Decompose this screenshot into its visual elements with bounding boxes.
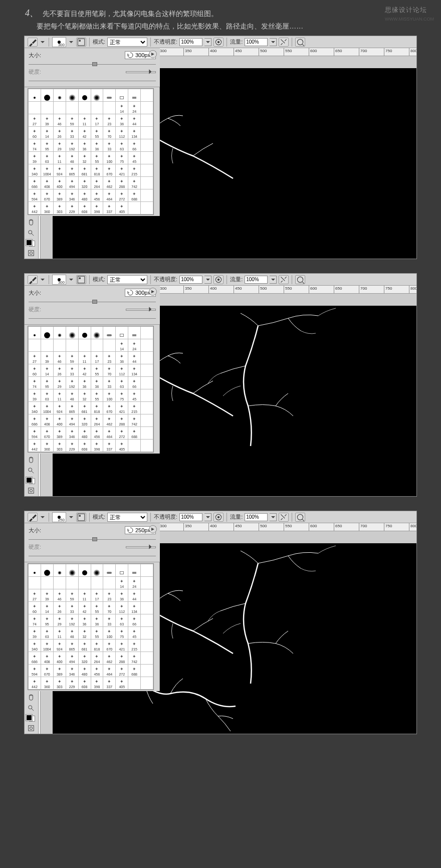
brush-preset[interactable]	[141, 652, 153, 665]
brush-preset[interactable]: ✦46	[53, 114, 66, 127]
reset-size-icon[interactable]	[127, 527, 133, 533]
brush-preset[interactable]: ✦32	[78, 389, 91, 402]
brush-preset[interactable]: ✦337	[103, 677, 116, 690]
brush-preset[interactable]	[141, 440, 153, 452]
brush-preset[interactable]: ✦112	[116, 602, 128, 614]
brush-preset[interactable]: ✦480	[78, 427, 91, 440]
brush-preset[interactable]	[128, 327, 141, 339]
flow-dropdown-arrow[interactable]	[270, 276, 277, 284]
brush-preset[interactable]: ✦100	[103, 152, 116, 164]
brush-preset[interactable]	[91, 564, 103, 577]
brush-preset[interactable]: ✦33	[66, 127, 78, 139]
brush-preset[interactable]: ✦398	[91, 677, 103, 690]
brush-preset[interactable]: ✦23	[103, 352, 116, 364]
color-swatch[interactable]	[26, 715, 35, 722]
brush-preset[interactable]	[103, 327, 116, 339]
collapse-icon[interactable]	[148, 68, 154, 75]
brush-preset[interactable]: ✦39	[41, 589, 53, 602]
brush-preset[interactable]: ✦100	[103, 389, 116, 402]
brush-preset[interactable]: ✦865	[66, 402, 78, 414]
brush-preview[interactable]: 250	[52, 512, 66, 522]
brush-preset[interactable]	[29, 577, 41, 589]
brush-preset[interactable]	[53, 564, 66, 577]
brush-preset[interactable]: ✦229	[66, 440, 78, 452]
brush-preset[interactable]: ✦14	[41, 602, 53, 614]
hand-tool-icon[interactable]	[25, 218, 37, 228]
reset-size-icon[interactable]	[127, 290, 133, 296]
brush-preset[interactable]: ✦95	[41, 377, 53, 389]
brush-preset[interactable]: ✦23	[103, 589, 116, 602]
brush-preset[interactable]: ✦24	[128, 102, 141, 114]
brush-preset[interactable]: ✦14	[116, 339, 128, 352]
brush-tool-icon[interactable]	[28, 275, 38, 284]
brush-preset[interactable]	[78, 339, 91, 352]
brush-preset[interactable]: ✦742	[128, 414, 141, 427]
brush-preset[interactable]: ✦405	[116, 440, 128, 452]
brush-preset[interactable]	[66, 327, 78, 339]
airbrush-icon[interactable]	[279, 38, 289, 47]
pressure-opacity-icon[interactable]	[213, 38, 224, 47]
brush-preset[interactable]	[141, 665, 153, 677]
brush-preset[interactable]: ✦688	[128, 189, 141, 202]
brush-preset[interactable]: ✦408	[41, 177, 53, 189]
brush-preset[interactable]	[116, 89, 128, 102]
brush-preset[interactable]	[41, 564, 53, 577]
brush-preset[interactable]: ✦1004	[41, 402, 53, 414]
brush-preset[interactable]: ✦464	[103, 189, 116, 202]
brush-preset[interactable]: ✦24	[128, 339, 141, 352]
opacity-dropdown-arrow[interactable]	[204, 38, 211, 46]
brush-preset[interactable]	[141, 177, 153, 189]
brush-preset[interactable]: ✦346	[66, 427, 78, 440]
quickmask-icon[interactable]	[25, 723, 37, 733]
brush-preset[interactable]: ✦36	[91, 377, 103, 389]
brush-preset[interactable]: ✦39	[29, 627, 41, 639]
brush-preview[interactable]: 300	[52, 275, 66, 285]
brush-preset[interactable]: ✦55	[91, 389, 103, 402]
brush-preset[interactable]: ✦59	[66, 352, 78, 364]
brush-preset[interactable]	[29, 89, 41, 102]
brush-preset[interactable]: ✦288	[116, 652, 128, 665]
brush-preset[interactable]: ✦865	[66, 164, 78, 177]
brush-preset[interactable]: ✦29	[53, 139, 66, 152]
brush-preset[interactable]	[103, 564, 116, 577]
brush-preset[interactable]: ✦456	[91, 189, 103, 202]
brush-preset[interactable]: ✦924	[53, 639, 66, 652]
brush-preset[interactable]: ✦480	[78, 665, 91, 677]
brush-preset[interactable]: ✦14	[41, 364, 53, 377]
brush-preset[interactable]: ✦74	[29, 139, 41, 152]
brush-preset[interactable]: ✦70	[103, 127, 116, 139]
brush-preset[interactable]: ✦14	[41, 127, 53, 139]
brush-preset[interactable]	[91, 327, 103, 339]
brush-preset[interactable]: ✦11	[78, 114, 91, 127]
flow-dropdown-arrow[interactable]	[270, 38, 277, 46]
brush-preset[interactable]: ✦95	[41, 614, 53, 627]
brush-preset[interactable]: ✦688	[128, 665, 141, 677]
brush-preset[interactable]	[103, 89, 116, 102]
brush-preset[interactable]: ✦464	[103, 427, 116, 440]
brush-preset[interactable]: ✦36	[78, 614, 91, 627]
brush-preset[interactable]: ✦288	[116, 177, 128, 189]
brush-preset[interactable]	[128, 564, 141, 577]
brush-preset[interactable]	[141, 402, 153, 414]
brush-preset-grid[interactable]: ✦14✦24✦27✦39✦46✦59✦11✦17✦23✦36✦44✦60✦14✦…	[28, 88, 154, 215]
brush-preset[interactable]: ✦398	[91, 440, 103, 452]
brush-preset[interactable]	[78, 89, 91, 102]
brush-preset[interactable]: ✦494	[66, 652, 78, 665]
brush-preset[interactable]: ✦360	[41, 202, 53, 214]
brush-preset[interactable]	[141, 89, 153, 102]
brush-preset[interactable]: ✦14	[116, 577, 128, 589]
brush-preset[interactable]: ✦45	[128, 627, 141, 639]
brush-preset[interactable]: ✦33	[66, 602, 78, 614]
brush-preset[interactable]: ✦264	[91, 652, 103, 665]
brush-preset[interactable]	[128, 202, 141, 214]
brush-preset[interactable]: ✦44	[128, 589, 141, 602]
pressure-size-icon[interactable]	[295, 38, 305, 47]
brush-preset[interactable]: ✦400	[53, 177, 66, 189]
brush-preset[interactable]: ✦337	[103, 202, 116, 214]
brush-preset[interactable]: ✦42	[78, 602, 91, 614]
brush-preset[interactable]: ✦29	[53, 614, 66, 627]
collapse-icon[interactable]	[148, 543, 154, 550]
brush-preset[interactable]: ✦229	[66, 202, 78, 214]
airbrush-icon[interactable]	[279, 275, 289, 284]
brush-preset[interactable]	[103, 577, 116, 589]
